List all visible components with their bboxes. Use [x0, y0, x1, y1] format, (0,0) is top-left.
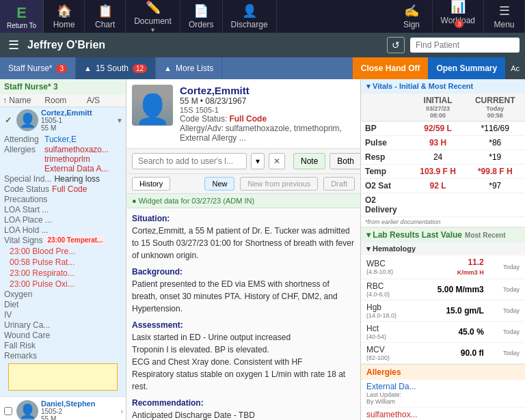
- patient-avatar: 👤: [16, 400, 38, 420]
- home-label: Home: [53, 20, 75, 29]
- both-button[interactable]: Both: [329, 153, 361, 169]
- ward-tab[interactable]: ▲ 15 South 12: [76, 57, 156, 79]
- top-navigation: E Return To 🏠 Home 📋 Chart ✏️ Document ▾…: [0, 0, 525, 33]
- lab-row: MCV (82-100) 90.0 fl Today: [361, 343, 525, 364]
- loa-place-label: LOA Place ...: [4, 215, 52, 225]
- allergy-info-section: Allergy/Adv: sulfamethoxazole, trimethop…: [180, 124, 355, 143]
- vitals-table: INITIAL 03/27/23 08:00 CURRENT Today 00:…: [361, 94, 525, 217]
- o2sat-current: *97: [466, 179, 525, 193]
- pulse-current: *86: [466, 136, 525, 150]
- staff-nurse-label: Staff Nurse*: [8, 64, 52, 73]
- patient-list-item[interactable]: 👤 Daniel,Stephen 1505-2 55 M ›: [0, 397, 126, 420]
- attending-value: Tucker,E: [44, 135, 77, 144]
- staff-nurse-section-label: Staff Nurse* 3: [4, 82, 58, 92]
- code-status-section: Code Status: Full Code: [180, 114, 355, 124]
- user-search-input[interactable]: [132, 153, 247, 169]
- lab-when-cell: Today: [489, 300, 525, 322]
- patient-avatar: 👤: [16, 109, 38, 131]
- discharge-label: Discharge: [231, 20, 268, 29]
- wound-care-label: Wound Care: [4, 331, 50, 340]
- note-button[interactable]: Note: [293, 153, 325, 169]
- sidebar-toggle-button[interactable]: ☰: [5, 35, 22, 55]
- patient-details-section: Cortez,Emmitt 55 M • 08/23/1967 15S 1505…: [180, 85, 355, 143]
- vital-o2sat-row: O2 Sat 92 L *97: [361, 179, 525, 193]
- search-dropdown-button[interactable]: ▾: [251, 153, 265, 169]
- patient-detail-rows: Attending Tucker,E Allergies sulfamethox…: [0, 133, 126, 396]
- most-recent-label: Most Recent: [465, 232, 505, 239]
- vitals-widget-header[interactable]: ▾ Vitals - Initial & Most Recent: [361, 79, 525, 94]
- allergy-2: trimethoprlm: [44, 154, 109, 164]
- return-to-button[interactable]: E Return To: [0, 0, 44, 33]
- vitals-widget: ▾ Vitals - Initial & Most Recent INITIAL…: [361, 79, 525, 227]
- patient-age: 55 M: [180, 96, 198, 106]
- hematology-header[interactable]: ▾ Hematology: [361, 242, 525, 255]
- o2del-label: O2Delivery: [361, 193, 411, 217]
- initial-time: 08:00: [415, 112, 461, 119]
- middle-content-panel: 👤 Cortez,Emmitt 55 M • 08/23/1967 15S 15…: [126, 79, 361, 420]
- precautions-label: Precautions: [4, 195, 47, 204]
- assessment-text: Lasix started in ED - Urine output incre…: [132, 331, 355, 393]
- resp-initial: 24: [411, 150, 466, 165]
- close-hand-off-button[interactable]: Close Hand Off: [353, 57, 429, 79]
- lab-results-table: WBC (4.8-10.8) 11.2K/mm3 H Today RBC (4.…: [361, 255, 525, 364]
- lab-value-cell: 45.0 %: [414, 322, 489, 343]
- new-button[interactable]: New: [204, 177, 234, 191]
- patient-dob: 08/23/1967: [205, 96, 246, 106]
- loa-start-label: LOA Start ...: [4, 205, 49, 214]
- patient-checkbox[interactable]: [4, 407, 12, 415]
- patient-list-panel: Staff Nurse* 3 ↑ Name Room A/S ✓ 👤 Corte…: [0, 79, 126, 420]
- patient-list-item[interactable]: ✓ 👤 Cortez,Emmitt 1505-1 55 M ▼ Attendin…: [0, 107, 126, 397]
- lab-when-cell: Today: [489, 255, 525, 279]
- refresh-button[interactable]: ↺: [387, 37, 405, 53]
- document-nav-item[interactable]: ✏️ Document ▾: [126, 0, 180, 33]
- room-col-header: Room: [42, 94, 83, 107]
- lab-name-cell: WBC (4.8-10.8): [361, 255, 414, 279]
- patient-header-bar: ☰ Jeffrey O'Brien ↺: [0, 33, 525, 57]
- vitals-col-initial: INITIAL 03/27/23 08:00: [411, 94, 466, 122]
- vital-temp-row: Temp 103.9 F H *99.8 F H: [361, 165, 525, 179]
- chart-nav-item[interactable]: 📋 Chart: [85, 0, 126, 33]
- oxygen-label: Oxygen: [4, 290, 42, 299]
- lab-name-cell: MCV (82-100): [361, 343, 414, 364]
- remarks-label: Remarks: [4, 351, 42, 361]
- vitals-col-current: CURRENT Today 00:58: [466, 94, 525, 122]
- special-ind-label: Special Ind...: [4, 174, 51, 184]
- draft-button[interactable]: Draft: [323, 177, 355, 191]
- new-from-previous-button[interactable]: New from previous: [240, 177, 318, 191]
- home-nav-item[interactable]: 🏠 Home: [44, 0, 85, 33]
- menu-nav-item[interactable]: ☰ Menu: [484, 0, 525, 33]
- ac-button[interactable]: Ac: [505, 57, 525, 79]
- patient-full-name: Cortez,Emmitt: [180, 85, 355, 96]
- allergies-header[interactable]: Allergies: [361, 365, 525, 380]
- allergy-drugs: sulfamethox... (From Bactrin...) trimeth…: [361, 408, 525, 420]
- patient-check-icon: ✓: [5, 115, 12, 125]
- lab-value-cell: 11.2K/mm3 H: [414, 255, 489, 279]
- orders-icon: 📄: [193, 3, 208, 18]
- soap-note-section: Situation: Cortez,Emmitt, a 55 M patient…: [126, 208, 360, 420]
- name-col-header: ↑ Name: [0, 94, 42, 107]
- more-lists-tab[interactable]: ▲ More Lists: [156, 57, 222, 79]
- staff-nurse-badge: 3: [56, 64, 67, 73]
- discharge-nav-item[interactable]: 👤 Discharge: [223, 0, 277, 33]
- orders-nav-item[interactable]: 📄 Orders: [180, 0, 223, 33]
- find-patient-input[interactable]: [410, 38, 520, 53]
- situation-text: Cortez,Emmitt, a 55 M patient of Dr. E. …: [132, 225, 355, 262]
- vital-o2del-row: O2Delivery: [361, 193, 525, 217]
- workload-badge: 3: [455, 20, 463, 28]
- lab-results-header[interactable]: ▾ Lab Results Last Value Most Recent: [361, 227, 525, 242]
- search-clear-button[interactable]: ✕: [269, 153, 285, 169]
- situation-label: Situation:: [132, 214, 355, 223]
- patient-room-cell: 1505-2: [41, 408, 118, 415]
- open-summary-button[interactable]: Open Summary: [428, 57, 505, 79]
- workload-nav-item[interactable]: 📊 Workload 3: [433, 0, 484, 33]
- recommendation-label: Recommendation:: [132, 398, 355, 408]
- menu-label: Menu: [494, 20, 514, 29]
- lab-value-cell: 90.0 fl: [414, 343, 489, 364]
- return-to-label: Return To: [7, 22, 36, 29]
- history-button[interactable]: History: [132, 177, 170, 191]
- sign-nav-item[interactable]: ✍️ Sign: [392, 0, 433, 33]
- current-patient-name: Jeffrey O'Brien: [27, 39, 381, 51]
- staff-nurse-tab[interactable]: Staff Nurse* 3: [0, 57, 76, 79]
- allergies-values: sulfamethoxazo... trimethoprlm External …: [44, 145, 109, 173]
- temp-current: *99.8 F H: [466, 165, 525, 179]
